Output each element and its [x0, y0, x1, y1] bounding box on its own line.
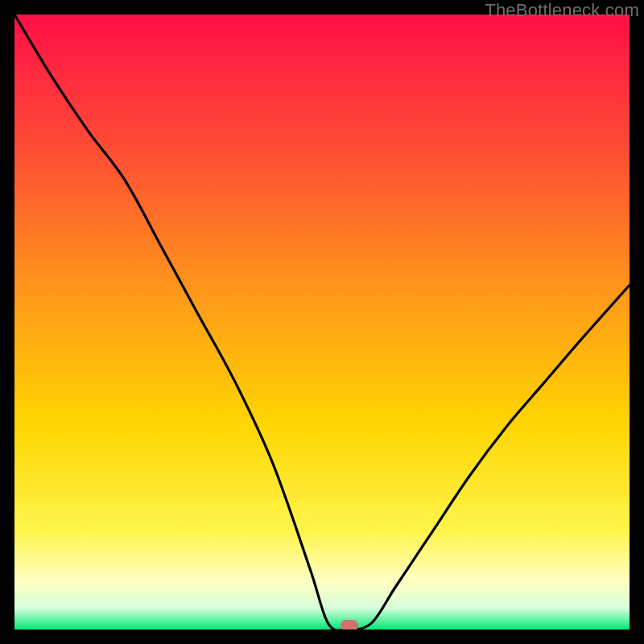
chart-stage: TheBottleneck.com	[0, 0, 644, 644]
min-marker	[341, 620, 358, 630]
plot-area	[14, 14, 630, 630]
watermark-text: TheBottleneck.com	[485, 0, 639, 21]
bottleneck-curve	[14, 14, 630, 630]
